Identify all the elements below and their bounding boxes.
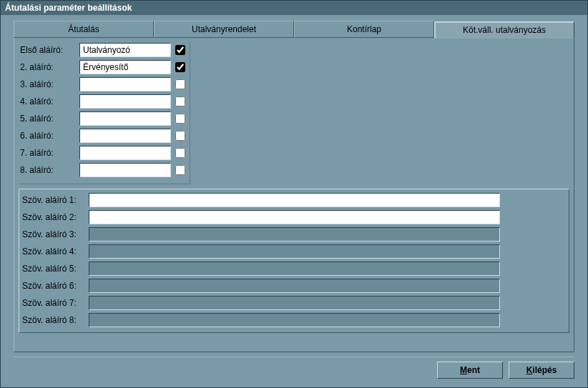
text-signer-label-7: Szöv. aláíró 7: bbox=[21, 298, 89, 308]
text-signer-input-8 bbox=[89, 313, 500, 327]
signer-label-7: 7. aláíró: bbox=[19, 148, 79, 158]
tab-atutalas[interactable]: Átutalás bbox=[14, 21, 154, 38]
text-signer-input-4 bbox=[89, 244, 500, 259]
text-signer-input-7 bbox=[89, 296, 500, 310]
signer-check-6[interactable] bbox=[175, 131, 185, 141]
text-signer-row-4: Szöv. aláíró 4: bbox=[21, 244, 564, 259]
text-signer-label-1: Szöv. aláíró 1: bbox=[21, 195, 89, 205]
signer-check-8[interactable] bbox=[175, 165, 185, 175]
text-signer-input-5 bbox=[89, 262, 500, 276]
tab-utalvanyrendelet[interactable]: Utalványrendelet bbox=[154, 21, 294, 38]
text-signer-label-8: Szöv. aláíró 8: bbox=[21, 315, 89, 325]
signer-row-4: 4. aláíró: bbox=[19, 94, 185, 109]
window-title: Átutalási paraméter beállítások bbox=[1, 1, 587, 15]
signer-row-8: 8. aláíró: bbox=[19, 162, 185, 178]
text-signer-row-3: Szöv. aláíró 3: bbox=[21, 227, 564, 242]
signer-label-4: 4. aláíró: bbox=[19, 96, 79, 106]
text-signer-label-3: Szöv. aláíró 3: bbox=[21, 229, 89, 239]
tab-bar: Átutalás Utalványrendelet Kontírlap Köt.… bbox=[14, 21, 574, 38]
signer-check-7[interactable] bbox=[175, 148, 185, 158]
signer-input-2[interactable] bbox=[79, 60, 171, 74]
signer-check-3[interactable] bbox=[175, 79, 185, 89]
save-hotkey: M bbox=[460, 365, 467, 375]
text-signer-label-6: Szöv. aláíró 6: bbox=[21, 281, 89, 291]
text-signer-row-7: Szöv. aláíró 7: bbox=[21, 295, 564, 311]
window: Átutalási paraméter beállítások Átutalás… bbox=[0, 0, 588, 388]
signer-input-3[interactable] bbox=[79, 77, 171, 91]
tab-kontirlap[interactable]: Kontírlap bbox=[294, 21, 434, 38]
signer-row-1: Első aláíró: bbox=[19, 42, 185, 58]
signer-label-6: 6. aláíró: bbox=[19, 131, 79, 141]
signer-label-3: 3. aláíró: bbox=[19, 79, 79, 89]
signer-row-5: 5. aláíró: bbox=[19, 111, 185, 126]
signer-input-7[interactable] bbox=[79, 146, 171, 160]
signer-row-3: 3. aláíró: bbox=[19, 76, 185, 92]
footer-buttons: Ment Kilépés bbox=[14, 357, 574, 379]
text-signer-row-8: Szöv. aláíró 8: bbox=[21, 312, 564, 328]
text-signer-label-4: Szöv. aláíró 4: bbox=[21, 247, 89, 257]
signer-label-8: 8. aláíró: bbox=[19, 165, 79, 175]
signer-label-1: Első aláíró: bbox=[19, 45, 79, 55]
text-signer-row-5: Szöv. aláíró 5: bbox=[21, 261, 564, 277]
content-panel: Első aláíró: 2. aláíró: 3. aláíró: 4. al… bbox=[14, 38, 574, 352]
signer-row-6: 6. aláíró: bbox=[19, 128, 185, 144]
signer-check-5[interactable] bbox=[175, 114, 185, 124]
signer-input-6[interactable] bbox=[79, 129, 171, 143]
signers-block: Első aláíró: 2. aláíró: 3. aláíró: 4. al… bbox=[19, 42, 190, 184]
signer-check-1[interactable] bbox=[175, 45, 185, 55]
signer-row-2: 2. aláíró: bbox=[19, 59, 185, 75]
exit-button[interactable]: Kilépés bbox=[509, 362, 574, 379]
text-signer-input-3 bbox=[89, 227, 500, 242]
signer-input-5[interactable] bbox=[79, 111, 171, 126]
signer-label-5: 5. aláíró: bbox=[19, 114, 79, 124]
text-signers-panel: Szöv. aláíró 1: Szöv. aláíró 2: Szöv. al… bbox=[19, 189, 569, 333]
text-signer-input-1[interactable] bbox=[89, 193, 500, 207]
text-signer-input-6 bbox=[89, 279, 500, 293]
text-signer-row-2: Szöv. aláíró 2: bbox=[21, 209, 564, 225]
text-signer-label-2: Szöv. aláíró 2: bbox=[21, 212, 89, 222]
signer-input-8[interactable] bbox=[79, 163, 171, 177]
tab-kotvall-utalvanyozas[interactable]: Köt.váll. utalványozás bbox=[434, 21, 574, 39]
exit-label-rest: ilépés bbox=[532, 365, 557, 375]
save-button[interactable]: Ment bbox=[437, 362, 503, 379]
text-signer-row-1: Szöv. aláíró 1: bbox=[21, 192, 564, 208]
signer-check-2[interactable] bbox=[175, 62, 185, 72]
signer-row-7: 7. aláíró: bbox=[19, 145, 185, 161]
signer-input-1[interactable] bbox=[79, 43, 171, 57]
signer-check-4[interactable] bbox=[175, 96, 185, 106]
text-signer-row-6: Szöv. aláíró 6: bbox=[21, 278, 564, 294]
exit-hotkey: K bbox=[526, 365, 533, 375]
save-label-rest: ent bbox=[467, 365, 480, 375]
text-signer-label-5: Szöv. aláíró 5: bbox=[21, 264, 89, 274]
signer-label-2: 2. aláíró: bbox=[19, 62, 79, 72]
text-signer-input-2[interactable] bbox=[89, 210, 500, 224]
signer-input-4[interactable] bbox=[79, 94, 171, 109]
signers-panel: Első aláíró: 2. aláíró: 3. aláíró: 4. al… bbox=[19, 42, 569, 184]
